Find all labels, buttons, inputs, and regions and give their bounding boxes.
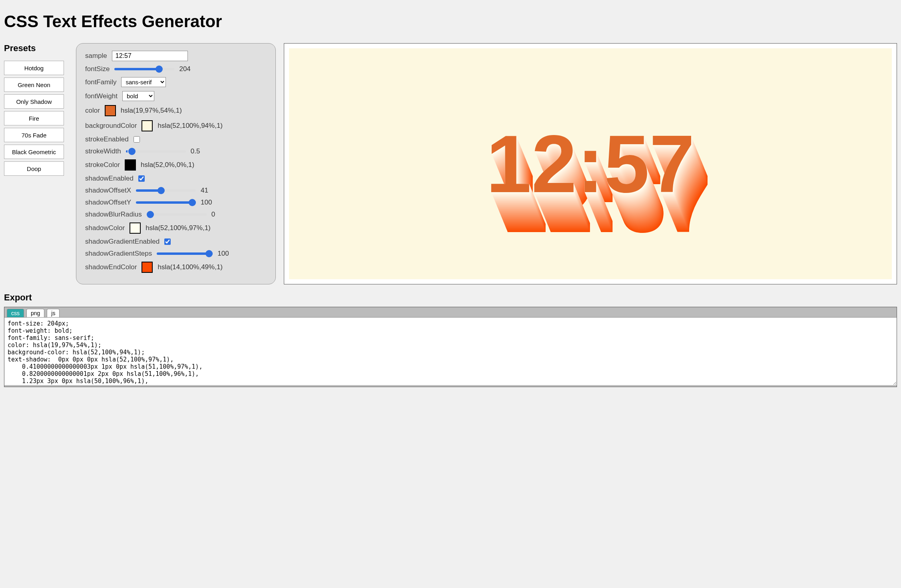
color-value: hsla(19,97%,54%,1) [121, 107, 182, 115]
label-shadow-color: shadowColor [85, 224, 125, 232]
presets-heading: Presets [4, 43, 68, 54]
preset-green-neon[interactable]: Green Neon [4, 77, 64, 92]
row-fontweight: fontWeight normalboldlighter [85, 91, 267, 101]
shadow-end-color-value: hsla(14,100%,49%,1) [157, 263, 223, 271]
row-stroke-width: strokeWidth 0.5 [85, 147, 267, 155]
row-shadow-blur: shadowBlurRadius 0 [85, 211, 267, 219]
presets-column: Presets Hotdog Green Neon Only Shadow Fi… [4, 43, 68, 284]
shadow-gradient-steps-value: 100 [217, 250, 229, 258]
preset-doop[interactable]: Doop [4, 161, 64, 176]
bgcolor-value: hsla(52,100%,94%,1) [157, 122, 223, 130]
color-swatch[interactable] [105, 105, 116, 116]
label-sample: sample [85, 52, 107, 60]
top-row: Presets Hotdog Green Neon Only Shadow Fi… [4, 43, 897, 284]
row-color: color hsla(19,97%,54%,1) [85, 105, 267, 116]
fontsize-value: 204 [179, 65, 190, 73]
label-shadow-end-color: shadowEndColor [85, 263, 137, 271]
controls-panel: sample fontSize 204 fontFamily sans-seri… [76, 43, 276, 284]
shadow-color-value: hsla(52,100%,97%,1) [146, 224, 211, 232]
row-shadow-gradient-steps: shadowGradientSteps 100 [85, 250, 267, 258]
label-shadow-enabled: shadowEnabled [85, 175, 134, 183]
shadow-gradient-enabled-checkbox[interactable] [164, 238, 171, 245]
shadow-gradient-steps-slider[interactable] [157, 252, 213, 255]
label-shadow-gradient-steps: shadowGradientSteps [85, 250, 152, 258]
row-sample: sample [85, 51, 267, 61]
shadow-y-value: 100 [201, 199, 212, 207]
tab-css[interactable]: css [7, 309, 24, 317]
preset-70s-fade[interactable]: 70s Fade [4, 128, 64, 142]
label-stroke-color: strokeColor [85, 161, 120, 169]
sample-input[interactable] [112, 51, 188, 61]
preset-hotdog[interactable]: Hotdog [4, 61, 64, 75]
preset-only-shadow[interactable]: Only Shadow [4, 94, 64, 109]
tab-png[interactable]: png [26, 309, 44, 317]
stroke-width-slider[interactable] [126, 150, 186, 153]
shadow-x-slider[interactable] [136, 189, 196, 192]
export-heading: Export [4, 292, 897, 303]
label-fontfamily: fontFamily [85, 78, 116, 86]
shadow-enabled-checkbox[interactable] [138, 175, 145, 182]
label-shadow-x: shadowOffsetX [85, 187, 131, 195]
label-bgcolor: backgroundColor [85, 122, 137, 130]
row-shadow-gradient-enabled: shadowGradientEnabled [85, 238, 267, 246]
label-stroke-enabled: strokeEnabled [85, 135, 129, 143]
fontsize-slider[interactable] [114, 68, 174, 70]
shadow-color-swatch[interactable] [130, 222, 141, 234]
export-tabs: css png js [4, 307, 897, 317]
export-box: css png js [4, 307, 897, 387]
label-shadow-blur: shadowBlurRadius [85, 211, 142, 219]
row-shadow-end-color: shadowEndColor hsla(14,100%,49%,1) [85, 262, 267, 273]
label-fontsize: fontSize [85, 65, 110, 73]
fontfamily-select[interactable]: sans-serifserifmonospacecursive [121, 77, 166, 87]
row-fontsize: fontSize 204 [85, 65, 267, 73]
label-color: color [85, 107, 100, 115]
row-shadow-enabled: shadowEnabled [85, 175, 267, 183]
row-shadow-x: shadowOffsetX 41 [85, 187, 267, 195]
export-section: Export css png js [4, 292, 897, 387]
row-stroke-enabled: strokeEnabled [85, 135, 267, 143]
shadow-end-color-swatch[interactable] [142, 262, 153, 273]
stroke-color-value: hsla(52,0%,0%,1) [141, 161, 194, 169]
row-bgcolor: backgroundColor hsla(52,100%,94%,1) [85, 120, 267, 131]
preset-fire[interactable]: Fire [4, 111, 64, 125]
tab-js[interactable]: js [47, 309, 60, 317]
row-shadow-y: shadowOffsetY 100 [85, 199, 267, 207]
label-shadow-y: shadowOffsetY [85, 199, 131, 207]
shadow-blur-value: 0 [211, 211, 215, 219]
preset-black-geometric[interactable]: Black Geometric [4, 145, 64, 159]
preview-canvas: 12:57 [289, 48, 892, 279]
page-title: CSS Text Effects Generator [4, 12, 897, 31]
row-shadow-color: shadowColor hsla(52,100%,97%,1) [85, 222, 267, 234]
preview-text: 12:57 [486, 117, 695, 211]
row-fontfamily: fontFamily sans-serifserifmonospacecursi… [85, 77, 267, 87]
preview-panel: 12:57 [284, 43, 897, 284]
export-code[interactable] [4, 317, 897, 385]
label-shadow-gradient-enabled: shadowGradientEnabled [85, 238, 159, 246]
label-stroke-width: strokeWidth [85, 147, 121, 155]
stroke-color-swatch[interactable] [125, 159, 136, 171]
label-fontweight: fontWeight [85, 92, 118, 100]
stroke-enabled-checkbox[interactable] [134, 136, 140, 143]
row-stroke-color: strokeColor hsla(52,0%,0%,1) [85, 159, 267, 171]
shadow-y-slider[interactable] [136, 201, 196, 204]
shadow-x-value: 41 [201, 187, 208, 195]
shadow-blur-slider[interactable] [147, 213, 207, 216]
fontweight-select[interactable]: normalboldlighter [122, 91, 154, 101]
bgcolor-swatch[interactable] [142, 120, 153, 131]
stroke-width-value: 0.5 [191, 147, 200, 155]
